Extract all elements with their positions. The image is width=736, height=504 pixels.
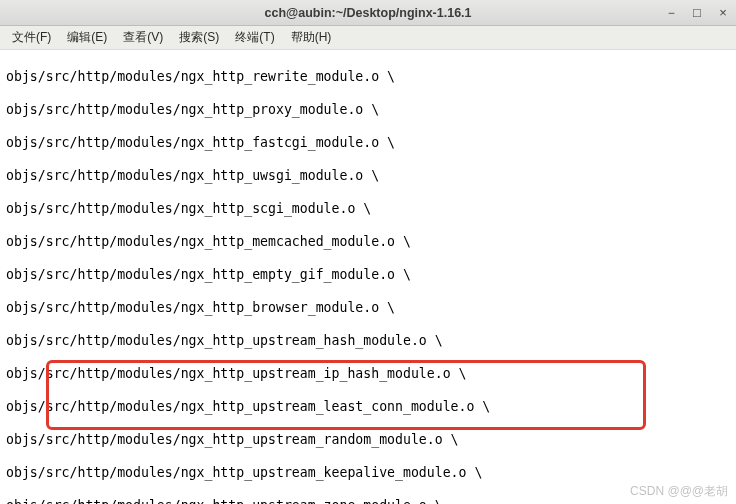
output-line: objs/src/http/modules/ngx_http_upstream_… bbox=[6, 498, 730, 505]
output-line: objs/src/http/modules/ngx_http_empty_gif… bbox=[6, 267, 730, 284]
output-line: objs/src/http/modules/ngx_http_rewrite_m… bbox=[6, 69, 730, 86]
output-line: objs/src/http/modules/ngx_http_fastcgi_m… bbox=[6, 135, 730, 152]
title-bar: cch@aubin:~/Desktop/nginx-1.16.1 － □ × bbox=[0, 0, 736, 26]
menu-file[interactable]: 文件(F) bbox=[6, 27, 57, 48]
menu-search[interactable]: 搜索(S) bbox=[173, 27, 225, 48]
output-line: objs/src/http/modules/ngx_http_upstream_… bbox=[6, 432, 730, 449]
output-line: objs/src/http/modules/ngx_http_upstream_… bbox=[6, 399, 730, 416]
output-line: objs/src/http/modules/ngx_http_browser_m… bbox=[6, 300, 730, 317]
menu-view[interactable]: 查看(V) bbox=[117, 27, 169, 48]
output-line: objs/src/http/modules/ngx_http_memcached… bbox=[6, 234, 730, 251]
menu-edit[interactable]: 编辑(E) bbox=[61, 27, 113, 48]
output-line: objs/src/http/modules/ngx_http_upstream_… bbox=[6, 366, 730, 383]
terminal-output[interactable]: objs/src/http/modules/ngx_http_rewrite_m… bbox=[0, 50, 736, 504]
menu-bar: 文件(F) 编辑(E) 查看(V) 搜索(S) 终端(T) 帮助(H) bbox=[0, 26, 736, 50]
window-title: cch@aubin:~/Desktop/nginx-1.16.1 bbox=[0, 6, 736, 20]
output-line: objs/src/http/modules/ngx_http_upstream_… bbox=[6, 465, 730, 482]
output-line: objs/src/http/modules/ngx_http_proxy_mod… bbox=[6, 102, 730, 119]
output-line: objs/src/http/modules/ngx_http_scgi_modu… bbox=[6, 201, 730, 218]
output-line: objs/src/http/modules/ngx_http_upstream_… bbox=[6, 333, 730, 350]
menu-help[interactable]: 帮助(H) bbox=[285, 27, 338, 48]
output-line: objs/src/http/modules/ngx_http_uwsgi_mod… bbox=[6, 168, 730, 185]
menu-terminal[interactable]: 终端(T) bbox=[229, 27, 280, 48]
